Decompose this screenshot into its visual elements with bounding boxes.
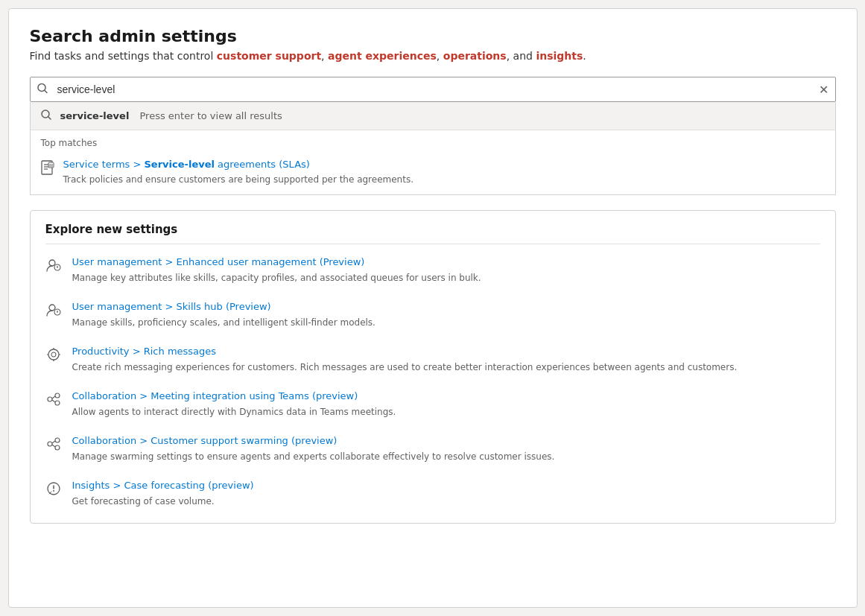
svg-point-25 bbox=[48, 397, 52, 401]
suggestion-bold: service-level bbox=[60, 110, 130, 121]
setting-item-link-1[interactable]: User management > Skills hub (Preview) bbox=[72, 301, 376, 312]
match-link-prefix: Service terms > bbox=[63, 159, 145, 170]
setting-item-4: Collaboration > Customer support swarmin… bbox=[45, 435, 820, 463]
setting-item-3: Collaboration > Meeting integration usin… bbox=[45, 390, 820, 419]
top-matches-section: Top matches Service terms > Se bbox=[31, 130, 835, 194]
page-title: Search admin settings bbox=[30, 27, 836, 45]
user-management-icon-1 bbox=[45, 302, 62, 320]
svg-point-31 bbox=[55, 438, 60, 442]
search-wrapper: ✕ bbox=[30, 77, 836, 102]
svg-line-28 bbox=[52, 396, 55, 399]
setting-item-desc-0: Manage key attributes like skills, capac… bbox=[72, 273, 481, 283]
setting-item-link-3[interactable]: Collaboration > Meeting integration usin… bbox=[72, 390, 396, 401]
setting-item-link-0[interactable]: User management > Enhanced user manageme… bbox=[72, 256, 481, 267]
svg-line-1 bbox=[45, 91, 47, 93]
setting-item-content-1: User management > Skills hub (Preview) M… bbox=[72, 301, 376, 329]
match-desc: Track policies and ensure customers are … bbox=[63, 174, 414, 185]
svg-point-20 bbox=[51, 352, 56, 357]
svg-rect-8 bbox=[48, 162, 54, 168]
productivity-icon bbox=[45, 347, 62, 365]
suggestion-row[interactable]: service-level Press enter to view all re… bbox=[31, 102, 835, 130]
svg-point-27 bbox=[55, 401, 60, 405]
insights-icon bbox=[45, 481, 62, 499]
suggestion-hint: Press enter to view all results bbox=[139, 110, 282, 121]
search-input[interactable] bbox=[30, 77, 836, 102]
suggestion-search-icon bbox=[41, 109, 51, 122]
search-clear-button[interactable]: ✕ bbox=[819, 83, 828, 97]
svg-point-26 bbox=[55, 393, 60, 398]
setting-item-desc-2: Create rich messaging experiences for cu… bbox=[72, 362, 738, 372]
page-subtitle: Find tasks and settings that control cus… bbox=[30, 50, 836, 62]
setting-item-desc-5: Get forecasting of case volume. bbox=[72, 496, 215, 507]
match-link-bold: Service-level bbox=[144, 159, 214, 170]
search-icon-left bbox=[37, 83, 48, 96]
match-link-suffix: agreements (SLAs) bbox=[215, 159, 310, 170]
match-content: Service terms > Service-level agreements… bbox=[63, 159, 414, 185]
svg-line-29 bbox=[52, 400, 55, 402]
setting-item-desc-3: Allow agents to interact directly with D… bbox=[72, 407, 396, 417]
setting-item-1: User management > Skills hub (Preview) M… bbox=[45, 301, 820, 329]
subtitle-highlight3: operations bbox=[443, 50, 507, 62]
svg-point-19 bbox=[48, 349, 59, 360]
match-item: Service terms > Service-level agreements… bbox=[41, 154, 825, 191]
setting-item-desc-4: Manage swarming settings to ensure agent… bbox=[72, 451, 555, 462]
suggestion-text: service-level Press enter to view all re… bbox=[60, 110, 282, 121]
setting-item-content-5: Insights > Case forecasting (preview) Ge… bbox=[72, 480, 254, 508]
svg-point-11 bbox=[49, 260, 55, 266]
setting-item-link-4[interactable]: Collaboration > Customer support swarmin… bbox=[72, 435, 555, 446]
setting-item-link-5[interactable]: Insights > Case forecasting (preview) bbox=[72, 480, 254, 491]
dropdown-panel: service-level Press enter to view all re… bbox=[30, 102, 836, 195]
subtitle-highlight1: customer support bbox=[217, 50, 321, 62]
collaboration-icon-0 bbox=[45, 392, 62, 410]
setting-item-5: Insights > Case forecasting (preview) Ge… bbox=[45, 480, 820, 508]
svg-point-37 bbox=[53, 490, 54, 492]
explore-title: Explore new settings bbox=[45, 223, 820, 244]
match-link[interactable]: Service terms > Service-level agreements… bbox=[63, 159, 414, 170]
svg-point-32 bbox=[55, 445, 60, 450]
subtitle-suffix: . bbox=[583, 50, 586, 62]
subtitle-highlight4: insights bbox=[536, 50, 583, 62]
setting-item-0: User management > Enhanced user manageme… bbox=[45, 256, 820, 285]
subtitle-sep3: , and bbox=[507, 50, 536, 62]
subtitle-sep2: , bbox=[437, 50, 443, 62]
setting-item-2: Productivity > Rich messages Create rich… bbox=[45, 346, 820, 374]
svg-line-34 bbox=[52, 445, 55, 447]
svg-point-30 bbox=[48, 442, 52, 446]
svg-point-15 bbox=[49, 305, 55, 311]
top-matches-label: Top matches bbox=[41, 138, 825, 148]
svg-line-3 bbox=[48, 117, 51, 119]
setting-item-link-2[interactable]: Productivity > Rich messages bbox=[72, 346, 738, 357]
setting-item-content-0: User management > Enhanced user manageme… bbox=[72, 256, 481, 285]
subtitle-highlight2: agent experiences bbox=[328, 50, 437, 62]
document-icon bbox=[41, 160, 54, 178]
user-management-icon-0 bbox=[45, 258, 62, 276]
setting-item-content-4: Collaboration > Customer support swarmin… bbox=[72, 435, 555, 463]
main-container: Search admin settings Find tasks and set… bbox=[8, 8, 858, 608]
explore-section: Explore new settings User management > E… bbox=[30, 210, 836, 524]
subtitle-prefix: Find tasks and settings that control bbox=[30, 50, 217, 62]
subtitle-sep1: , bbox=[321, 50, 328, 62]
setting-item-content-2: Productivity > Rich messages Create rich… bbox=[72, 346, 738, 374]
setting-item-desc-1: Manage skills, proficiency scales, and i… bbox=[72, 317, 376, 328]
setting-item-content-3: Collaboration > Meeting integration usin… bbox=[72, 390, 396, 419]
svg-line-33 bbox=[52, 441, 55, 443]
collaboration-icon-1 bbox=[45, 436, 62, 454]
